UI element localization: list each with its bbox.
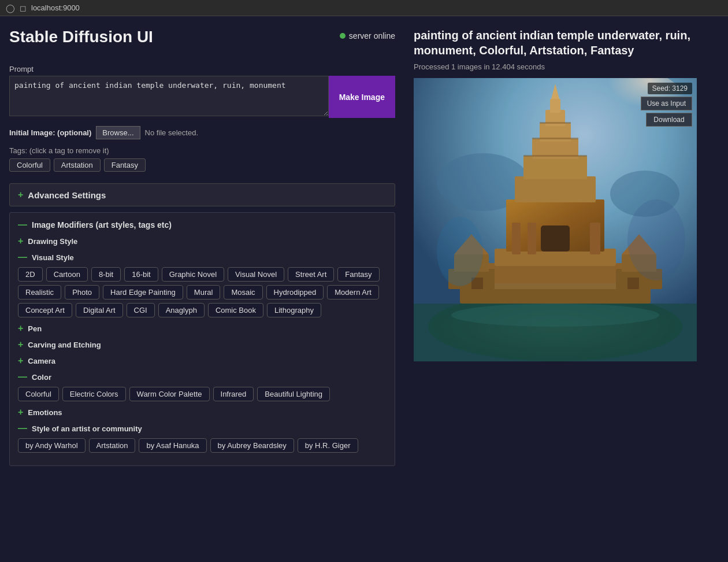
style-tag-16bit[interactable]: 16-bit — [124, 267, 158, 282]
style-tag-photo[interactable]: Photo — [65, 285, 99, 300]
style-tag-anaglyph[interactable]: Anaglyph — [158, 303, 205, 317]
color-label: Color — [32, 373, 51, 382]
carving-etching-label: Carving and Etching — [28, 341, 101, 349]
artist-style-tags: by Andy Warhol Artstation by Asaf Hanuka… — [18, 438, 387, 453]
style-tag-concept-art[interactable]: Concept Art — [18, 303, 72, 317]
left-panel: Stable Diffusion UI server online Prompt… — [0, 16, 404, 478]
result-meta: Processed 1 images in 12.404 seconds — [414, 62, 719, 71]
pen-label: Pen — [28, 324, 42, 333]
color-minus-icon: — — [18, 372, 27, 382]
tags-label: Tags: (click a tag to remove it) — [9, 146, 395, 155]
tag-artstation[interactable]: Artstation — [54, 158, 101, 172]
camera-section: + Camera — [18, 356, 387, 366]
image-modifiers-minus-icon: — — [18, 220, 27, 230]
pen-header[interactable]: + Pen — [18, 323, 387, 334]
prompt-textarea-wrap: painting of ancient indian temple underw… — [9, 76, 329, 118]
prompt-label: Prompt — [9, 65, 395, 73]
style-tag-graphic-novel[interactable]: Graphic Novel — [162, 267, 224, 282]
main-layout: Stable Diffusion UI server online Prompt… — [0, 16, 728, 478]
artist-tag-hr-giger[interactable]: by H.R. Giger — [298, 438, 358, 453]
artist-tag-aubrey-beardsley[interactable]: by Aubrey Beardsley — [210, 438, 294, 453]
style-tag-modern-art[interactable]: Modern Art — [327, 285, 379, 300]
style-tag-2d[interactable]: 2D — [18, 267, 43, 282]
initial-image-label: Initial Image: (optional) — [9, 128, 91, 137]
result-image-container: Seed: 3129 Use as Input Download — [414, 78, 697, 363]
drawing-style-section: + Drawing Style — [18, 236, 387, 246]
download-button[interactable]: Download — [646, 113, 692, 127]
carving-etching-section: + Carving and Etching — [18, 339, 387, 350]
svg-point-36 — [437, 217, 483, 286]
app-title: Stable Diffusion UI — [9, 28, 153, 46]
visual-style-header[interactable]: — Visual Style — [18, 252, 387, 262]
visual-style-minus-icon: — — [18, 252, 27, 262]
server-status-label: server online — [349, 31, 395, 40]
image-overlay-controls: Seed: 3129 Use as Input Download — [641, 83, 692, 127]
artist-tag-andy-warhol[interactable]: by Andy Warhol — [18, 438, 86, 453]
color-tag-electric[interactable]: Electric Colors — [62, 387, 126, 401]
make-image-button[interactable]: Make Image — [329, 76, 395, 118]
style-tag-comic-book[interactable]: Comic Book — [208, 303, 263, 317]
image-modifiers-label: Image Modifiers (art styles, tags etc) — [32, 220, 172, 230]
artist-tag-artstation[interactable]: Artstation — [89, 438, 136, 453]
color-tag-beautiful-lighting[interactable]: Beautiful Lighting — [257, 387, 330, 401]
style-tag-street-art[interactable]: Street Art — [288, 267, 334, 282]
artist-style-label: Style of an artist or community — [32, 424, 142, 433]
pen-section: + Pen — [18, 323, 387, 334]
style-tag-hard-edge[interactable]: Hard Edge Painting — [103, 285, 183, 300]
prompt-row: painting of ancient indian temple underw… — [9, 76, 395, 118]
image-modifiers-header[interactable]: — Image Modifiers (art styles, tags etc) — [18, 220, 387, 230]
style-tag-8bit[interactable]: 8-bit — [91, 267, 121, 282]
drawing-style-label: Drawing Style — [28, 237, 77, 246]
color-tag-infrared[interactable]: Infrared — [213, 387, 254, 401]
tag-fantasy[interactable]: Fantasy — [104, 158, 146, 172]
browser-bar: ◯ ◻ localhost:9000 — [0, 0, 728, 16]
advanced-settings-label: Advanced Settings — [28, 190, 106, 200]
color-tag-colorful[interactable]: Colorful — [18, 387, 59, 401]
tag-colorful[interactable]: Colorful — [9, 158, 50, 172]
initial-image-row: Initial Image: (optional) Browse... No f… — [9, 126, 395, 139]
artist-tag-asaf-hanuka[interactable]: by Asaf Hanuka — [139, 438, 206, 453]
drawing-style-plus-icon: + — [18, 236, 23, 246]
browser-icon: ◯ — [6, 3, 15, 13]
camera-plus-icon: + — [18, 356, 23, 366]
style-tag-lithography[interactable]: Lithography — [267, 303, 321, 317]
carving-etching-plus-icon: + — [18, 339, 23, 350]
server-status: server online — [340, 28, 395, 40]
pen-plus-icon: + — [18, 323, 23, 334]
color-section: — Color Colorful Electric Colors Warm Co… — [18, 372, 387, 401]
visual-style-tags: 2D Cartoon 8-bit 16-bit Graphic Novel Vi… — [18, 267, 387, 317]
tags-row: Colorful Artstation Fantasy — [9, 158, 395, 172]
browser-page-icon: ◻ — [20, 3, 27, 13]
style-tag-cgi[interactable]: CGI — [127, 303, 155, 317]
browse-button[interactable]: Browse... — [96, 126, 140, 139]
artist-style-header[interactable]: — Style of an artist or community — [18, 423, 387, 434]
emotions-label: Emotions — [28, 408, 62, 417]
artist-style-section: — Style of an artist or community by And… — [18, 423, 387, 453]
prompt-input[interactable]: painting of ancient indian temple underw… — [9, 76, 329, 116]
color-tag-warm[interactable]: Warm Color Palette — [129, 387, 210, 401]
status-dot — [340, 33, 346, 39]
color-header[interactable]: — Color — [18, 372, 387, 382]
advanced-settings-header[interactable]: + Advanced Settings — [9, 183, 395, 206]
style-tag-fantasy[interactable]: Fantasy — [337, 267, 379, 282]
no-file-label: No file selected. — [145, 128, 199, 137]
style-tag-hydrodipped[interactable]: Hydrodipped — [266, 285, 324, 300]
carving-etching-header[interactable]: + Carving and Etching — [18, 339, 387, 350]
style-tag-mosaic[interactable]: Mosaic — [224, 285, 262, 300]
seed-badge: Seed: 3129 — [648, 83, 692, 94]
svg-point-37 — [627, 199, 685, 280]
camera-label: Camera — [28, 357, 55, 365]
image-modifiers-section: — Image Modifiers (art styles, tags etc)… — [9, 212, 395, 466]
camera-header[interactable]: + Camera — [18, 356, 387, 366]
emotions-header[interactable]: + Emotions — [18, 407, 387, 417]
drawing-style-header[interactable]: + Drawing Style — [18, 236, 387, 246]
style-tag-digital-art[interactable]: Digital Art — [76, 303, 123, 317]
advanced-settings-plus-icon: + — [18, 190, 23, 200]
style-tag-realistic[interactable]: Realistic — [18, 285, 61, 300]
style-tag-visual-novel[interactable]: Visual Novel — [228, 267, 284, 282]
style-tag-mural[interactable]: Mural — [187, 285, 221, 300]
use-as-input-button[interactable]: Use as Input — [641, 97, 692, 110]
style-tag-cartoon[interactable]: Cartoon — [46, 267, 88, 282]
result-title: painting of ancient indian temple underw… — [414, 28, 719, 58]
artist-style-minus-icon: — — [18, 423, 27, 434]
